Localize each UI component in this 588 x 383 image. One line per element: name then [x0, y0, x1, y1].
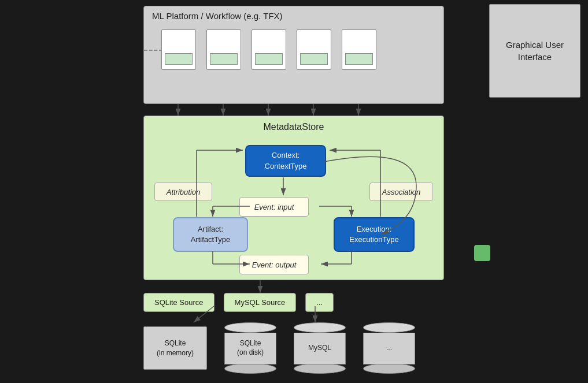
mysql-db: MySQL: [294, 322, 346, 374]
cylinder-top-3: [363, 322, 415, 333]
cylinder-bottom-1: [224, 363, 276, 374]
ml-platform-box: ML Platform / Workflow (e.g. TFX): [143, 6, 444, 104]
event-output-box: Event: output: [239, 255, 309, 274]
mysql-source-btn[interactable]: MySQL Source: [224, 293, 297, 312]
cylinder-top-2: [294, 322, 346, 333]
cylinder-top-1: [224, 322, 276, 333]
artifact-text: Artifact:ArtifactType: [191, 224, 231, 245]
sqlite-inmemory-label: SQLite(in memory): [157, 339, 194, 358]
pipeline-box-5: [342, 29, 376, 70]
pipeline-box-1: [161, 29, 196, 70]
pipeline-box-2: [206, 29, 241, 70]
pipeline-green-3: [255, 53, 283, 65]
green-square-legend: [474, 245, 490, 261]
context-box: Context:ContextType: [245, 145, 326, 177]
pipeline-green-5: [345, 53, 373, 65]
association-label: Association: [369, 183, 433, 201]
execution-text: Execution:ExecutionType: [349, 224, 398, 245]
sqlite-source-btn[interactable]: SQLite Source: [143, 293, 215, 312]
cylinder-body-3: ...: [363, 333, 415, 365]
more-sources-label: ...: [316, 298, 323, 307]
more-db: ...: [363, 322, 415, 374]
artifact-box: Artifact:ArtifactType: [173, 217, 248, 252]
metadata-store-title: MetadataStore: [264, 122, 324, 132]
event-input-text: Event: input: [254, 203, 294, 211]
cylinder-bottom-3: [363, 363, 415, 374]
source-bar: SQLite Source MySQL Source ...: [143, 293, 334, 312]
more-sources-btn[interactable]: ...: [305, 293, 334, 312]
cylinder-body-2: MySQL: [294, 333, 346, 365]
event-input-box: Event: input: [239, 197, 309, 217]
mysql-label: MySQL: [308, 344, 331, 353]
pipeline-box-4: [297, 29, 331, 70]
pipeline-green-2: [210, 53, 238, 65]
metadata-store-box: MetadataStore Context:ContextType Attrib…: [143, 116, 444, 280]
execution-box: Execution:ExecutionType: [334, 217, 415, 252]
diagram-container: ML Platform / Workflow (e.g. TFX) Graphi…: [0, 0, 588, 383]
gui-title: Graphical User Interface: [490, 39, 580, 63]
dashed-line: [144, 50, 162, 51]
attribution-text: Attribution: [167, 188, 201, 196]
gui-box: Graphical User Interface: [489, 4, 580, 98]
sqlite-source-label: SQLite Source: [154, 298, 204, 307]
event-output-text: Event: output: [252, 261, 297, 269]
sqlite-inmemory-db: SQLite(in memory): [143, 326, 207, 370]
cylinder-body-1: SQLite(on disk): [224, 333, 276, 365]
pipeline-green-1: [165, 53, 193, 65]
context-text: Context:ContextType: [265, 150, 307, 171]
cylinder-bottom-2: [294, 363, 346, 374]
sqlite-ondisk-label: SQLite(on disk): [237, 339, 264, 357]
ml-platform-title: ML Platform / Workflow (e.g. TFX): [152, 11, 283, 21]
sqlite-ondisk-db: SQLite(on disk): [224, 322, 276, 374]
database-row: SQLite(in memory) SQLite(on disk) MySQL …: [143, 322, 415, 374]
attribution-label: Attribution: [154, 183, 212, 201]
association-text: Association: [382, 188, 420, 196]
pipeline-green-4: [300, 53, 328, 65]
more-db-label: ...: [386, 344, 392, 353]
mysql-source-label: MySQL Source: [235, 298, 286, 307]
pipeline-box-3: [252, 29, 286, 70]
